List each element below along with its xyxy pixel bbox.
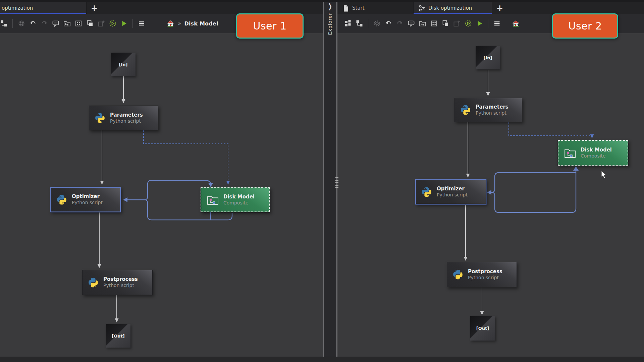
node-title: Parameters bbox=[110, 112, 143, 118]
redo-icon[interactable] bbox=[40, 19, 49, 28]
tabbar-right: Start Disk optimization + bbox=[337, 2, 644, 14]
splitter-grip[interactable] bbox=[335, 177, 338, 188]
node-subtitle: Composite bbox=[223, 200, 255, 206]
menu-icon[interactable] bbox=[137, 19, 146, 28]
toolbar-separator bbox=[368, 19, 368, 28]
node-parameters[interactable]: Parameters Python script bbox=[454, 98, 522, 122]
add-frame-icon[interactable] bbox=[452, 19, 461, 28]
document-icon bbox=[342, 4, 350, 12]
window-top-edge bbox=[0, 0, 644, 2]
grid-icon[interactable] bbox=[429, 19, 438, 28]
gear-icon[interactable] bbox=[17, 19, 26, 28]
run-icon[interactable] bbox=[108, 19, 117, 28]
tab-label: Disk optimization bbox=[428, 5, 472, 11]
play-icon[interactable] bbox=[119, 19, 128, 28]
node-postprocess[interactable]: Postprocess Python script bbox=[447, 262, 517, 287]
workflow-canvas-user2[interactable]: [In] Parameters Python script Disk Model… bbox=[337, 33, 644, 357]
run-icon[interactable] bbox=[464, 19, 473, 28]
tab-label: optimization bbox=[2, 5, 33, 11]
workspace-pane-user1: optimization + » Disk Model bbox=[0, 0, 323, 362]
tab-optimization[interactable]: optimization bbox=[0, 2, 87, 14]
grid-icon[interactable] bbox=[74, 19, 83, 28]
redo-icon[interactable] bbox=[395, 19, 404, 28]
tab-label: Start bbox=[352, 5, 365, 11]
node-optimizer[interactable]: Optimizer Python script bbox=[50, 187, 121, 212]
workflow-connections bbox=[0, 33, 323, 357]
python-icon bbox=[421, 186, 432, 198]
node-parameters[interactable]: Parameters Python script bbox=[89, 106, 158, 130]
node-subtitle: Python script bbox=[72, 200, 103, 206]
node-title: Postprocess bbox=[468, 268, 502, 275]
tree-view-icon[interactable] bbox=[355, 19, 364, 28]
node-title: Disk Model bbox=[223, 194, 255, 200]
node-subtitle: Python script bbox=[103, 283, 138, 289]
node-disk-model[interactable]: Disk Model Composite bbox=[201, 187, 270, 212]
node-subtitle: Python script bbox=[437, 192, 468, 198]
chevron-right-icon[interactable]: ❯ bbox=[328, 2, 332, 10]
composite-folder-icon bbox=[564, 147, 576, 158]
in-terminal-node[interactable]: [In] bbox=[111, 53, 136, 76]
toolbar-separator bbox=[488, 19, 488, 28]
blocks-icon[interactable] bbox=[343, 19, 353, 28]
node-title: Optimizer bbox=[72, 193, 103, 200]
node-title: Postprocess bbox=[103, 276, 138, 283]
gear-icon[interactable] bbox=[372, 19, 381, 28]
home-icon[interactable] bbox=[166, 19, 175, 28]
out-terminal-label: [Out] bbox=[476, 326, 489, 331]
node-title: Disk Model bbox=[581, 147, 612, 153]
copy-icon[interactable] bbox=[441, 19, 450, 28]
python-icon bbox=[88, 277, 99, 288]
python-icon bbox=[56, 194, 67, 205]
tab-start[interactable]: Start bbox=[337, 2, 414, 14]
tree-view-icon[interactable] bbox=[0, 19, 8, 28]
node-subtitle: Python script bbox=[476, 110, 508, 116]
home-icon[interactable] bbox=[511, 19, 520, 28]
comment-icon[interactable] bbox=[51, 19, 60, 28]
node-title: Optimizer bbox=[437, 186, 468, 192]
workspace-pane-user2: Start Disk optimization + bbox=[337, 0, 644, 362]
mouse-cursor bbox=[601, 170, 608, 179]
workflow-canvas-user1[interactable]: [In] Parameters Python script Optimizer … bbox=[0, 33, 323, 357]
menu-icon[interactable] bbox=[492, 19, 501, 28]
splitter-line-left bbox=[323, 0, 324, 362]
tabbar-left: optimization + bbox=[0, 2, 323, 14]
python-icon bbox=[452, 269, 464, 280]
tab-disk-optimization[interactable]: Disk optimization bbox=[414, 2, 492, 14]
undo-icon[interactable] bbox=[28, 19, 37, 28]
workflow-connections bbox=[337, 33, 644, 357]
user1-annotation-badge: User 1 bbox=[236, 13, 304, 39]
out-terminal-node[interactable]: [Out] bbox=[106, 324, 130, 348]
breadcrumb-separator: » bbox=[178, 20, 181, 27]
node-postprocess[interactable]: Postprocess Python script bbox=[82, 270, 153, 295]
breadcrumb: » Disk Model bbox=[166, 19, 218, 28]
node-disk-model[interactable]: Disk Model Composite bbox=[558, 140, 628, 166]
toolbar-separator bbox=[12, 19, 13, 28]
user2-annotation-badge: User 2 bbox=[552, 13, 618, 39]
in-terminal-label: [In] bbox=[119, 62, 128, 67]
folder-icon[interactable] bbox=[62, 19, 71, 28]
application-window: optimization + » Disk Model bbox=[0, 0, 644, 362]
play-icon[interactable] bbox=[475, 19, 484, 28]
comment-icon[interactable] bbox=[407, 19, 416, 28]
new-tab-button[interactable]: + bbox=[87, 2, 102, 14]
new-tab-button[interactable]: + bbox=[492, 2, 507, 14]
in-terminal-label: [In] bbox=[484, 55, 492, 60]
composite-folder-icon bbox=[206, 194, 219, 205]
python-icon bbox=[94, 112, 106, 124]
add-frame-icon[interactable] bbox=[97, 19, 106, 28]
node-optimizer[interactable]: Optimizer Python script bbox=[415, 179, 486, 204]
window-bottom-edge bbox=[0, 357, 644, 362]
undo-icon[interactable] bbox=[384, 19, 393, 28]
out-terminal-node[interactable]: [Out] bbox=[470, 316, 495, 341]
node-subtitle: Composite bbox=[581, 153, 612, 159]
explorer-collapsed-panel[interactable]: ❯ Explorer bbox=[324, 3, 336, 35]
copy-icon[interactable] bbox=[85, 19, 94, 28]
node-subtitle: Python script bbox=[468, 275, 502, 281]
in-terminal-node[interactable]: [In] bbox=[476, 46, 500, 69]
pane-splitter[interactable]: ❯ Explorer bbox=[323, 0, 337, 362]
node-title: Parameters bbox=[476, 104, 508, 110]
folder-icon[interactable] bbox=[418, 19, 427, 28]
breadcrumb-current: Disk Model bbox=[184, 20, 218, 27]
python-icon bbox=[460, 104, 471, 116]
workflow-icon bbox=[418, 4, 426, 12]
